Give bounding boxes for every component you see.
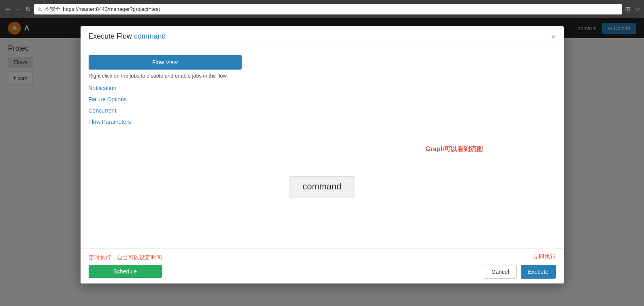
modal-title: Execute Flow command: [89, 32, 166, 41]
execute-flow-modal: Execute Flow command × Flow View Right c…: [81, 26, 564, 283]
concurrent-link[interactable]: Concurrent: [89, 107, 131, 114]
footer-buttons: Cancel Execute: [484, 265, 555, 279]
bookmark-icon[interactable]: ☆: [634, 5, 640, 13]
modal-close-button[interactable]: ×: [551, 33, 556, 41]
notification-link[interactable]: Notification: [89, 85, 131, 91]
app-background: A admin ▾ ⊕ Upload Projec Flows ▾ com Ex…: [0, 18, 644, 306]
modal-footer: 定时执行，自己可以设定时间 Schedule 立即执行 Cancel Execu…: [81, 248, 564, 283]
browser-chrome: ← → ↻ ⚠ 不安全 https://master:8443/manager?…: [0, 0, 644, 18]
schedule-note: 定时执行，自己可以设定时间: [89, 254, 162, 261]
modal-overlay: Execute Flow command × Flow View Right c…: [0, 18, 644, 306]
footer-right: 立即执行 Cancel Execute: [484, 253, 555, 279]
reload-button[interactable]: ↻: [25, 6, 31, 13]
url-text: 不安全: [45, 6, 60, 13]
graph-note: Graph可以看到流图: [425, 145, 483, 154]
footer-left: 定时执行，自己可以设定时间 Schedule: [89, 254, 162, 278]
modal-header: Execute Flow command ×: [81, 26, 564, 47]
schedule-button[interactable]: Schedule: [89, 265, 162, 278]
modal-title-prefix: Execute Flow: [89, 32, 134, 40]
execute-note: 立即执行: [533, 253, 556, 261]
execute-button[interactable]: Execute: [521, 265, 556, 279]
modal-title-command: command: [134, 32, 166, 40]
flow-parameters-link[interactable]: Flow Parameters: [89, 119, 131, 125]
flow-hint-text: Right click on the jobs to disable and e…: [89, 73, 228, 79]
translate-icon[interactable]: ⊞: [625, 5, 630, 13]
cancel-button[interactable]: Cancel: [484, 265, 517, 279]
security-warning-icon: ⚠: [37, 6, 42, 12]
modal-graph-area: Graph可以看到流图 command: [89, 133, 556, 240]
forward-button[interactable]: →: [14, 6, 22, 13]
browser-actions: ⊞ ☆: [625, 5, 640, 13]
address-bar[interactable]: ⚠ 不安全 https://master:8443/manager?projec…: [34, 4, 622, 14]
command-node[interactable]: command: [290, 176, 354, 197]
modal-body: Flow View Right click on the jobs to dis…: [81, 47, 564, 248]
back-button[interactable]: ←: [4, 6, 11, 13]
failure-options-link[interactable]: Failure Options: [89, 96, 131, 103]
flow-view-button[interactable]: Flow View: [89, 55, 242, 70]
sidebar-links: Notification Failure Options Concurrent …: [89, 85, 131, 125]
url-value: https://master:8443/manager?project=test: [63, 6, 160, 12]
